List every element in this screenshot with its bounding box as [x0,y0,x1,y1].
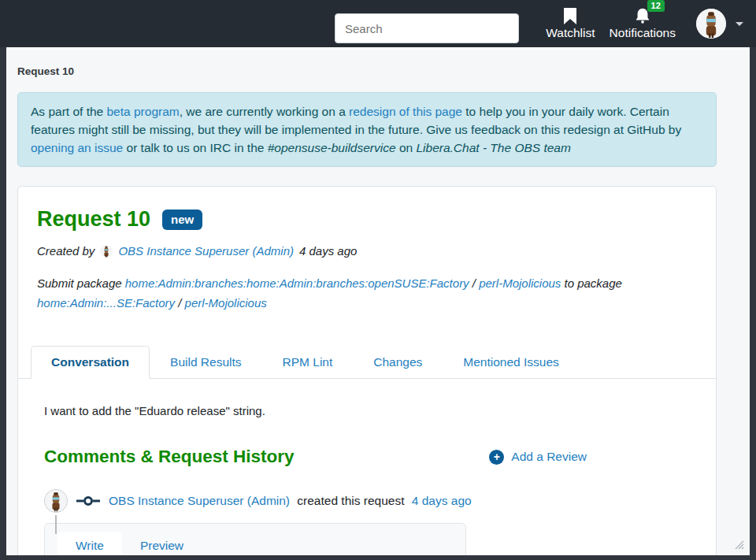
user-avatar [696,9,726,39]
commit-icon [76,495,100,506]
watchlist-nav-item[interactable]: Watchlist [546,7,595,40]
alert-text: or talk to us on IRC in the [123,141,268,154]
action-middle: to package [561,276,622,290]
action-separator: / [175,296,185,310]
target-project-link[interactable]: home:Admin:...SE:Factory [37,296,175,310]
target-package-link[interactable]: perl-Mojolicious [185,296,267,310]
tab-mentioned-issues[interactable]: Mentioned Issues [443,346,580,379]
timeline-creator-link[interactable]: OBS Instance Superuser (Admin) [109,494,290,508]
tab-build-results[interactable]: Build Results [150,346,261,379]
navbar-right-cluster: Watchlist 12 Notifications [546,0,743,47]
timeline-avatar [44,489,68,513]
beta-program-link[interactable]: beta program [107,105,180,118]
composer-tab-preview[interactable]: Preview [122,532,202,555]
history-title: Comments & Request History [44,447,295,467]
creator-avatar [100,245,113,258]
comment-composer: Write Preview [44,523,466,555]
bell-icon: 12 [634,7,651,24]
notifications-count-badge: 12 [647,0,665,12]
request-tabs: Conversation Build Results RPM Lint Chan… [18,346,716,379]
creator-link[interactable]: OBS Instance Superuser (Admin) [118,244,294,258]
beta-program-alert: As part of the beta program, we are curr… [17,92,717,167]
irc-channel: #opensuse-buildservice [268,141,396,154]
composer-tab-write[interactable]: Write [57,532,122,555]
user-menu[interactable] [696,9,743,39]
request-card: Request 10 new Created by OBS Instance S… [17,186,717,555]
alert-text: As part of the [31,105,107,118]
open-issue-link[interactable]: opening an issue [31,141,123,154]
resize-grip-icon[interactable] [733,539,744,553]
tab-rpm-lint[interactable]: RPM Lint [262,346,354,379]
breadcrumb: Request 10 [17,65,717,77]
irc-network: Libera.Chat - The OBS team [416,141,570,154]
bookmark-icon [563,7,577,24]
watchlist-label: Watchlist [546,26,595,40]
source-package-link[interactable]: perl-Mojolicious [479,276,561,290]
request-description: I want to add the "Eduardo release" stri… [44,404,697,417]
tab-conversation[interactable]: Conversation [31,346,150,379]
search-input[interactable] [335,13,519,43]
add-review-label: Add a Review [511,450,587,464]
alert-text: , we are currently working on a [180,105,349,118]
created-by-label: Created by [37,244,94,258]
chevron-down-icon [736,22,743,26]
source-project-link[interactable]: home:Admin:branches:home:Admin:branches:… [125,276,469,290]
timeline-created-entry: OBS Instance Superuser (Admin) created t… [44,489,697,513]
notifications-nav-item[interactable]: 12 Notifications [610,7,676,40]
timeline-connector-line [55,515,57,534]
created-when: 4 days ago [299,244,357,258]
alert-text: on [396,141,417,154]
notifications-label: Notifications [610,26,676,40]
plus-circle-icon: + [489,450,504,465]
action-separator: / [469,276,480,290]
conversation-panel: I want to add the "Eduardo release" stri… [18,379,716,555]
redesign-link[interactable]: redesign of this page [349,105,462,118]
request-title: Request 10 [37,207,150,232]
timeline-when-link[interactable]: 4 days ago [412,494,472,508]
tab-changes[interactable]: Changes [353,346,443,379]
timeline-action-text: created this request [294,494,408,508]
request-state-badge: new [162,210,202,230]
request-action-description: Submit package home:Admin:branches:home:… [37,273,697,313]
add-review-button[interactable]: + Add a Review [489,450,587,465]
page-content: Request 10 As part of the beta program, … [6,47,750,555]
top-navbar: Watchlist 12 Notifications [0,0,756,47]
action-prefix: Submit package [37,276,125,290]
